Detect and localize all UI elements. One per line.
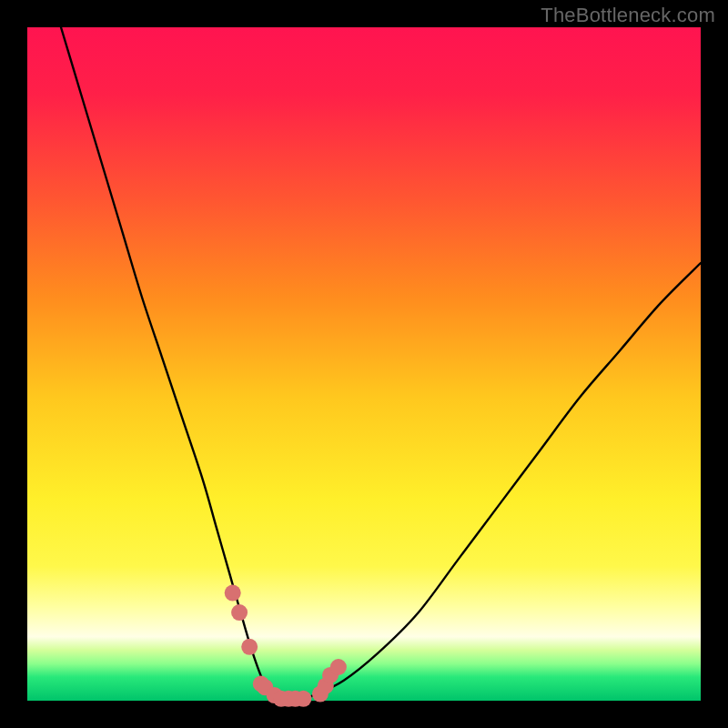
marker-dot bbox=[231, 604, 248, 621]
marker-dot bbox=[225, 585, 241, 602]
plot-area bbox=[27, 27, 701, 701]
bottleneck-chart bbox=[0, 0, 728, 728]
watermark-text: TheBottleneck.com bbox=[541, 4, 715, 27]
marker-dot bbox=[295, 691, 311, 707]
marker-dot bbox=[330, 659, 347, 675]
chart-frame: TheBottleneck.com bbox=[0, 0, 728, 728]
marker-dot bbox=[241, 639, 258, 655]
